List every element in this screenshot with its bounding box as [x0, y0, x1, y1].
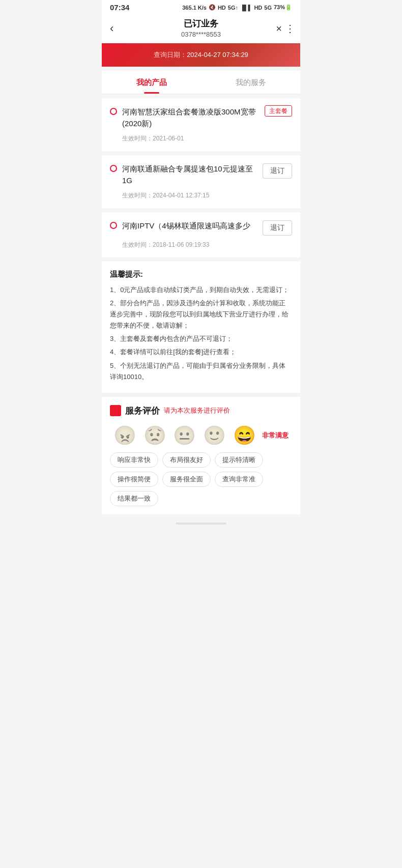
bottom-indicator	[176, 523, 226, 525]
sad-icon: 😟	[143, 425, 166, 446]
product-name-1: 河南智慧沃家组合套餐激凌版300M宽带(2020新)	[122, 106, 259, 129]
notice-item-4: 4、套餐详情可以前往[我的套餐]进行查看；	[110, 346, 292, 358]
rating-tag-6[interactable]: 结果都一致	[110, 491, 158, 506]
emoji-sad[interactable]: 😟	[143, 425, 166, 446]
rating-tag-5[interactable]: 查询非常准	[215, 472, 263, 487]
rating-section: 服务评价 请为本次服务进行评价 😠 😟 😐 🙂 😄 非常满意 响应非常快 布局很…	[102, 397, 300, 514]
signal-5g: 5G↑	[228, 5, 238, 11]
5g-label: 5G	[264, 5, 272, 11]
rating-title: 服务评价	[125, 405, 160, 417]
product-status-dot-2	[110, 165, 117, 172]
emoji-row: 😠 😟 😐 🙂 😄 非常满意	[110, 425, 292, 446]
notice-item-3: 3、主套餐及套餐内包含的产品不可退订；	[110, 333, 292, 344]
battery-level: 73%🔋	[274, 4, 292, 11]
rating-tag-1[interactable]: 布局很友好	[162, 452, 211, 468]
product-status-dot	[110, 108, 117, 115]
rating-header: 服务评价 请为本次服务进行评价	[110, 405, 292, 417]
header-title: 已订业务 0378****8553	[102, 18, 300, 38]
rating-tag-3[interactable]: 操作很简便	[110, 472, 158, 487]
tab-my-products[interactable]: 我的产品	[102, 71, 201, 94]
banner-date: 2024-04-27 07:34:29	[187, 51, 248, 59]
angry-icon: 😠	[113, 425, 136, 446]
emoji-neutral[interactable]: 😐	[173, 425, 196, 446]
network-speed: 365.1 K/s	[182, 5, 207, 11]
hd-label: HD	[218, 5, 226, 11]
product-name-3: 河南IPTV（4锡林联通限速吗高速多少	[122, 220, 256, 232]
back-button[interactable]: ‹	[110, 22, 113, 35]
notice-section: 温馨提示: 1、0元产品或非自动续订类产品，到期自动失效，无需退订； 2、部分合…	[102, 262, 300, 393]
rating-tag-0[interactable]: 响应非常快	[110, 452, 158, 468]
status-icons: 365.1 K/s 🔇 HD 5G↑ ▐▌▌ HD 5G 73%🔋	[182, 4, 292, 11]
emoji-very-happy[interactable]: 😄 非常满意	[233, 425, 289, 446]
notice-item-1: 1、0元产品或非自动续订类产品，到期自动失效，无需退订；	[110, 284, 292, 296]
notice-item-2: 2、部分合约产品，因涉及违约金的计算和收取，系统功能正逐步完善中，现阶段您可以到…	[110, 298, 292, 331]
unsubscribe-button-3[interactable]: 退订	[263, 220, 292, 236]
selected-emoji-label: 非常满意	[262, 431, 289, 440]
status-bar: 07:34 365.1 K/s 🔇 HD 5G↑ ▐▌▌ HD 5G 73%🔋	[102, 0, 300, 14]
neutral-icon: 😐	[173, 425, 196, 446]
emoji-happy[interactable]: 🙂	[203, 425, 226, 446]
status-time: 07:34	[110, 3, 129, 12]
happy-icon: 🙂	[203, 425, 226, 446]
header: ‹ 已订业务 0378****8553 × ⋮	[102, 14, 300, 43]
product-name-2: 河南联通新融合专属提速包10元提速至1G	[122, 163, 256, 186]
more-button[interactable]: ⋮	[285, 22, 295, 35]
unsubscribe-button-2[interactable]: 退订	[263, 163, 292, 179]
product-effective-3: 生效时间：2018-11-06 09:19:33	[122, 241, 292, 249]
product-card-3: 河南IPTV（4锡林联通限速吗高速多少 退订 生效时间：2018-11-06 0…	[102, 212, 300, 257]
product-tag-main: 主套餐	[265, 105, 292, 117]
tab-my-services[interactable]: 我的服务	[201, 71, 300, 94]
mute-icon: 🔇	[209, 4, 216, 11]
rating-tags: 响应非常快 布局很友好 提示特清晰 操作很简便 服务很全面 查询非常准 结果都一…	[110, 452, 292, 506]
notice-title: 温馨提示:	[110, 270, 292, 279]
signal-bars: ▐▌▌	[240, 5, 252, 11]
product-effective-1: 生效时间：2021-06-01	[122, 134, 292, 143]
tab-bar: 我的产品 我的服务	[102, 71, 300, 94]
rating-tag-2[interactable]: 提示特清晰	[215, 452, 263, 468]
hd-label2: HD	[254, 5, 262, 11]
rating-icon	[110, 405, 121, 416]
banner-label: 查询日期：	[154, 51, 187, 59]
product-effective-2: 生效时间：2024-04-01 12:37:15	[122, 191, 292, 200]
product-card-2: 河南联通新融合专属提速包10元提速至1G 退订 生效时间：2024-04-01 …	[102, 155, 300, 208]
product-card-1: 河南智慧沃家组合套餐激凌版300M宽带(2020新) 主套餐 生效时间：2021…	[102, 98, 300, 151]
rating-tag-4[interactable]: 服务很全面	[162, 472, 211, 487]
emoji-angry[interactable]: 😠	[113, 425, 136, 446]
notice-item-5: 5、个别无法退订的产品，可能由于归属省分业务限制，具体详询10010。	[110, 360, 292, 383]
very-happy-icon: 😄	[233, 425, 256, 446]
date-banner: 查询日期：2024-04-27 07:34:29	[102, 43, 300, 67]
product-status-dot-3	[110, 222, 117, 229]
close-button[interactable]: ×	[276, 23, 282, 35]
rating-subtitle: 请为本次服务进行评价	[164, 406, 230, 415]
